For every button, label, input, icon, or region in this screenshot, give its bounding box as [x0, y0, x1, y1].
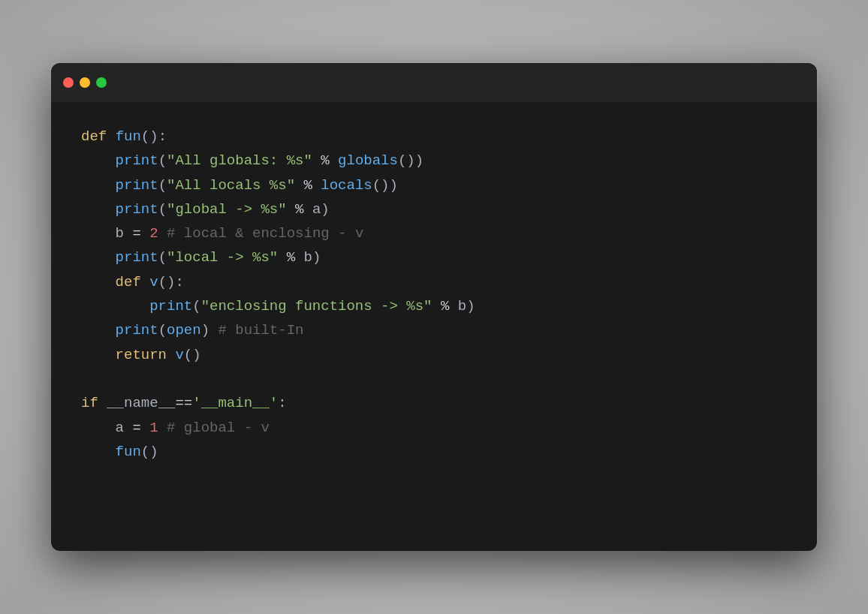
code-editor: def fun(): print("All globals: %s" % glo… [51, 102, 817, 551]
minimize-button[interactable] [80, 77, 90, 88]
close-button[interactable] [63, 77, 74, 88]
code-content: def fun(): print("All globals: %s" % glo… [81, 125, 787, 464]
editor-window: def fun(): print("All globals: %s" % glo… [51, 63, 817, 551]
maximize-button[interactable] [96, 77, 107, 88]
titlebar [51, 63, 817, 102]
